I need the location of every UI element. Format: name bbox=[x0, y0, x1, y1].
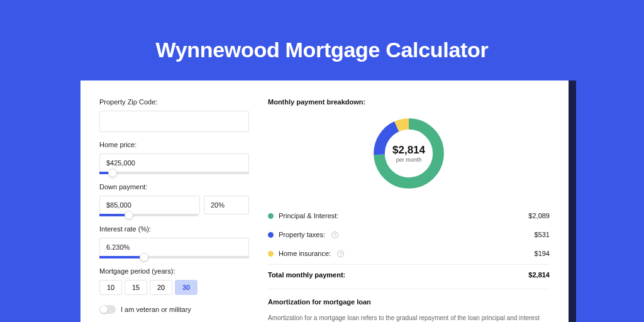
veteran-toggle[interactable] bbox=[99, 305, 116, 314]
amortization-text: Amortization for a mortgage loan refers … bbox=[268, 313, 550, 322]
legend-row: Principal & Interest:$2,089 bbox=[268, 206, 550, 225]
legend-dot-icon bbox=[268, 251, 274, 257]
breakdown-column: Monthly payment breakdown: $2,814 per mo… bbox=[268, 98, 550, 322]
amortization-title: Amortization for mortgage loan bbox=[268, 298, 550, 306]
interest-rate-slider[interactable] bbox=[99, 256, 249, 258]
home-price-label: Home price: bbox=[99, 141, 249, 148]
home-price-input[interactable] bbox=[99, 153, 249, 172]
legend-row: Property taxes:?$531 bbox=[268, 225, 550, 244]
home-price-slider[interactable] bbox=[99, 172, 249, 174]
down-payment-slider[interactable] bbox=[99, 214, 198, 216]
divider bbox=[268, 289, 550, 289]
donut-chart: $2,814 per month bbox=[370, 114, 448, 192]
down-payment-field: Down payment: bbox=[99, 183, 249, 216]
legend-dot-icon bbox=[268, 213, 274, 219]
donut-sub: per month bbox=[396, 157, 422, 163]
period-button-30[interactable]: 30 bbox=[175, 280, 197, 295]
mortgage-period-label: Mortgage period (years): bbox=[99, 267, 249, 275]
donut-chart-wrap: $2,814 per month bbox=[268, 114, 550, 192]
home-price-field: Home price: bbox=[99, 141, 249, 174]
info-icon[interactable]: ? bbox=[337, 250, 344, 257]
veteran-toggle-row: I am veteran or military bbox=[99, 305, 249, 314]
interest-rate-field: Interest rate (%): bbox=[99, 225, 249, 258]
down-payment-label: Down payment: bbox=[99, 183, 249, 191]
down-payment-amount-input[interactable] bbox=[99, 196, 200, 214]
interest-rate-slider-thumb[interactable] bbox=[140, 253, 148, 262]
period-button-10[interactable]: 10 bbox=[99, 280, 122, 295]
total-value: $2,814 bbox=[528, 271, 550, 279]
down-payment-slider-thumb[interactable] bbox=[125, 211, 133, 219]
veteran-toggle-label: I am veteran or military bbox=[121, 306, 191, 313]
legend-row: Home insurance:?$194 bbox=[268, 244, 550, 263]
legend-value: $531 bbox=[535, 231, 550, 238]
calculator-card: Property Zip Code: Home price: Down paym… bbox=[80, 80, 569, 322]
breakdown-title: Monthly payment breakdown: bbox=[268, 98, 550, 106]
legend-label: Home insurance: bbox=[279, 250, 331, 257]
interest-rate-input[interactable] bbox=[99, 238, 249, 257]
legend-value: $194 bbox=[535, 250, 550, 257]
legend-label: Property taxes: bbox=[279, 231, 325, 238]
total-label: Total monthly payment: bbox=[268, 271, 345, 279]
zip-field: Property Zip Code: bbox=[99, 98, 249, 132]
donut-amount: $2,814 bbox=[392, 144, 425, 157]
period-button-20[interactable]: 20 bbox=[150, 280, 172, 295]
info-icon[interactable]: ? bbox=[331, 231, 338, 238]
interest-rate-label: Interest rate (%): bbox=[99, 225, 249, 233]
legend-label: Principal & Interest: bbox=[279, 212, 338, 219]
down-payment-percent-input[interactable] bbox=[204, 196, 249, 214]
legend-value: $2,089 bbox=[528, 212, 550, 219]
legend-dot-icon bbox=[268, 232, 274, 238]
period-button-15[interactable]: 15 bbox=[125, 280, 147, 295]
page-title: Wynnewood Mortgage Calculator bbox=[0, 0, 644, 80]
total-row: Total monthly payment: $2,814 bbox=[268, 264, 550, 289]
mortgage-period-field: Mortgage period (years): 10152030 bbox=[99, 267, 249, 295]
zip-input[interactable] bbox=[99, 111, 249, 132]
home-price-slider-thumb[interactable] bbox=[108, 169, 117, 177]
zip-label: Property Zip Code: bbox=[99, 98, 249, 106]
inputs-column: Property Zip Code: Home price: Down paym… bbox=[99, 98, 249, 322]
card-shadow-edge bbox=[569, 80, 576, 322]
